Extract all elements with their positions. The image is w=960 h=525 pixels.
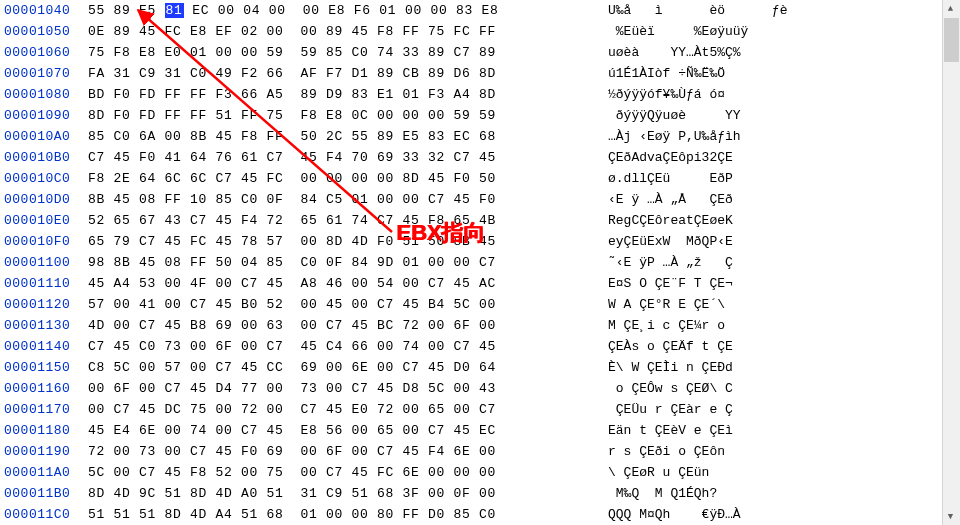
hex-row[interactable]: 00001140C7 45 C0 73 00 6F 00 C7 45 C4 66… (0, 336, 960, 357)
hex-row[interactable]: 000011304D 00 C7 45 B8 69 00 63 00 C7 45… (0, 315, 960, 336)
ascii-cell: uøèà YY…Àt5%Ç% (608, 42, 868, 63)
address-cell: 00001130 (0, 315, 88, 336)
ascii-cell: \ ÇEøR u ÇEün (608, 462, 868, 483)
address-cell: 000010A0 (0, 126, 88, 147)
bytes-cell: 52 65 67 43 C7 45 F4 72 65 61 74 C7 45 F… (88, 210, 608, 231)
selected-byte: 81 (165, 3, 184, 18)
hex-row[interactable]: 000010A085 C0 6A 00 8B 45 F8 FF 50 2C 55… (0, 126, 960, 147)
address-cell: 000010F0 (0, 231, 88, 252)
bytes-cell: 75 F8 E8 E0 01 00 00 59 59 85 C0 74 33 8… (88, 42, 608, 63)
bytes-cell: 8B 45 08 FF 10 85 C0 0F 84 C5 01 00 00 C… (88, 189, 608, 210)
vertical-scrollbar[interactable]: ▲ ▼ (942, 0, 960, 525)
bytes-cell: 45 E4 6E 00 74 00 C7 45 E8 56 00 65 00 C… (88, 420, 608, 441)
bytes-cell: F8 2E 64 6C 6C C7 45 FC 00 00 00 00 8D 4… (88, 168, 608, 189)
ascii-cell: ðýÿÿQÿuøè YY (608, 105, 868, 126)
address-cell: 000011A0 (0, 462, 88, 483)
address-cell: 00001170 (0, 399, 88, 420)
ascii-cell: QQQ M¤Qh €ÿÐ…À (608, 504, 868, 525)
bytes-cell: BD F0 FD FF FF F3 66 A5 89 D9 83 E1 01 F… (88, 84, 608, 105)
address-cell: 000010E0 (0, 210, 88, 231)
ascii-cell: ˜‹E ÿP …À „ž Ç (608, 252, 868, 273)
ascii-cell: ú1É1ÀIòf ÷Ñ‰Ë‰Ö (608, 63, 868, 84)
ascii-cell: W A ÇE°R E ÇE´\ (608, 294, 868, 315)
ascii-cell: eyÇEüExW MðQP‹E (608, 231, 868, 252)
bytes-cell: 85 C0 6A 00 8B 45 F8 FF 50 2C 55 89 E5 8… (88, 126, 608, 147)
ascii-cell: r s ÇEði o ÇEôn (608, 441, 868, 462)
ascii-cell: ÇEÀs o ÇEÄf t ÇE (608, 336, 868, 357)
hex-row[interactable]: 00001080BD F0 FD FF FF F3 66 A5 89 D9 83… (0, 84, 960, 105)
address-cell: 00001120 (0, 294, 88, 315)
hex-rows: 0000104055 89 E5 81 EC 00 04 00 00 E8 F6… (0, 0, 960, 525)
ascii-cell: È\ W ÇEÌi n ÇEÐd (608, 357, 868, 378)
address-cell: 000010D0 (0, 189, 88, 210)
address-cell: 00001100 (0, 252, 88, 273)
bytes-cell: C7 45 C0 73 00 6F 00 C7 45 C4 66 00 74 0… (88, 336, 608, 357)
bytes-cell: FA 31 C9 31 C0 49 F2 66 AF F7 D1 89 CB 8… (88, 63, 608, 84)
scroll-down-button[interactable]: ▼ (943, 508, 958, 525)
ascii-cell: M‰Q M Q1ÉQh? (608, 483, 868, 504)
address-cell: 000010B0 (0, 147, 88, 168)
bytes-cell: 00 6F 00 C7 45 D4 77 00 73 00 C7 45 D8 5… (88, 378, 608, 399)
hex-row[interactable]: 000011C051 51 51 8D 4D A4 51 68 01 00 00… (0, 504, 960, 525)
hex-row[interactable]: 0000118045 E4 6E 00 74 00 C7 45 E8 56 00… (0, 420, 960, 441)
bytes-cell: 00 C7 45 DC 75 00 72 00 C7 45 E0 72 00 6… (88, 399, 608, 420)
hex-row[interactable]: 000011B08D 4D 9C 51 8D 4D A0 51 31 C9 51… (0, 483, 960, 504)
bytes-cell: 98 8B 45 08 FF 50 04 85 C0 0F 84 9D 01 0… (88, 252, 608, 273)
hex-row[interactable]: 000010F065 79 C7 45 FC 45 78 57 00 8D 4D… (0, 231, 960, 252)
ascii-cell: RegCÇEôreatÇEøeK (608, 210, 868, 231)
ascii-cell: …Àj ‹Eøÿ P,U‰åƒìh (608, 126, 868, 147)
bytes-cell: 5C 00 C7 45 F8 52 00 75 00 C7 45 FC 6E 0… (88, 462, 608, 483)
hex-row[interactable]: 00001070FA 31 C9 31 C0 49 F2 66 AF F7 D1… (0, 63, 960, 84)
hex-row[interactable]: 000010B0C7 45 F0 41 64 76 61 C7 45 F4 70… (0, 147, 960, 168)
hex-row[interactable]: 0000112057 00 41 00 C7 45 B0 52 00 45 00… (0, 294, 960, 315)
address-cell: 000010C0 (0, 168, 88, 189)
ascii-cell: E¤S O ÇE¨F T ÇE¬ (608, 273, 868, 294)
bytes-cell: C8 5C 00 57 00 C7 45 CC 69 00 6E 00 C7 4… (88, 357, 608, 378)
hex-row[interactable]: 0000104055 89 E5 81 EC 00 04 00 00 E8 F6… (0, 0, 960, 21)
ascii-cell: o ÇEÔw s ÇEØ\ C (608, 378, 868, 399)
address-cell: 00001080 (0, 84, 88, 105)
bytes-cell: 8D 4D 9C 51 8D 4D A0 51 31 C9 51 68 3F 0… (88, 483, 608, 504)
bytes-cell: 57 00 41 00 C7 45 B0 52 00 45 00 C7 45 B… (88, 294, 608, 315)
hex-viewer[interactable]: 0000104055 89 E5 81 EC 00 04 00 00 E8 F6… (0, 0, 960, 525)
hex-row[interactable]: 000010E052 65 67 43 C7 45 F4 72 65 61 74… (0, 210, 960, 231)
address-cell: 00001180 (0, 420, 88, 441)
ascii-cell: ÇEðAdvaÇEôpi32ÇE (608, 147, 868, 168)
scroll-thumb[interactable] (944, 18, 959, 62)
hex-row[interactable]: 000010D08B 45 08 FF 10 85 C0 0F 84 C5 01… (0, 189, 960, 210)
hex-row[interactable]: 000010C0F8 2E 64 6C 6C C7 45 FC 00 00 00… (0, 168, 960, 189)
bytes-cell: 55 89 E5 81 EC 00 04 00 00 E8 F6 01 00 0… (88, 0, 608, 21)
address-cell: 00001040 (0, 0, 88, 21)
address-cell: 00001160 (0, 378, 88, 399)
hex-row[interactable]: 0000111045 A4 53 00 4F 00 C7 45 A8 46 00… (0, 273, 960, 294)
address-cell: 00001050 (0, 21, 88, 42)
hex-row[interactable]: 0000119072 00 73 00 C7 45 F0 69 00 6F 00… (0, 441, 960, 462)
hex-row[interactable]: 0000106075 F8 E8 E0 01 00 00 59 59 85 C0… (0, 42, 960, 63)
bytes-cell: 8D F0 FD FF FF 51 FF 75 F8 E8 0C 00 00 0… (88, 105, 608, 126)
hex-row[interactable]: 000011A05C 00 C7 45 F8 52 00 75 00 C7 45… (0, 462, 960, 483)
bytes-cell: 0E 89 45 FC E8 EF 02 00 00 89 45 F8 FF 7… (88, 21, 608, 42)
hex-row[interactable]: 0000117000 C7 45 DC 75 00 72 00 C7 45 E0… (0, 399, 960, 420)
bytes-cell: 65 79 C7 45 FC 45 78 57 00 8D 4D F0 51 5… (88, 231, 608, 252)
hex-row[interactable]: 000010908D F0 FD FF FF 51 FF 75 F8 E8 0C… (0, 105, 960, 126)
bytes-cell: 45 A4 53 00 4F 00 C7 45 A8 46 00 54 00 C… (88, 273, 608, 294)
ascii-cell: ÇEÜu r ÇEàr e Ç (608, 399, 868, 420)
address-cell: 00001060 (0, 42, 88, 63)
ascii-cell: Eän t ÇEèV e ÇEì (608, 420, 868, 441)
bytes-cell: 4D 00 C7 45 B8 69 00 63 00 C7 45 BC 72 0… (88, 315, 608, 336)
bytes-cell: 51 51 51 8D 4D A4 51 68 01 00 00 80 FF D… (88, 504, 608, 525)
address-cell: 00001090 (0, 105, 88, 126)
ascii-cell: ‹E ÿ …À „Å ÇEð (608, 189, 868, 210)
address-cell: 000011C0 (0, 504, 88, 525)
hex-row[interactable]: 0000110098 8B 45 08 FF 50 04 85 C0 0F 84… (0, 252, 960, 273)
bytes-cell: 72 00 73 00 C7 45 F0 69 00 6F 00 C7 45 F… (88, 441, 608, 462)
bytes-cell: C7 45 F0 41 64 76 61 C7 45 F4 70 69 33 3… (88, 147, 608, 168)
ascii-cell: %Eüèï %Eøÿuüÿ (608, 21, 868, 42)
address-cell: 00001110 (0, 273, 88, 294)
address-cell: 00001140 (0, 336, 88, 357)
scroll-up-button[interactable]: ▲ (943, 0, 958, 17)
hex-row[interactable]: 0000116000 6F 00 C7 45 D4 77 00 73 00 C7… (0, 378, 960, 399)
ascii-cell: U‰å ì èö ƒè (608, 0, 868, 21)
hex-row[interactable]: 00001150C8 5C 00 57 00 C7 45 CC 69 00 6E… (0, 357, 960, 378)
hex-row[interactable]: 000010500E 89 45 FC E8 EF 02 00 00 89 45… (0, 21, 960, 42)
